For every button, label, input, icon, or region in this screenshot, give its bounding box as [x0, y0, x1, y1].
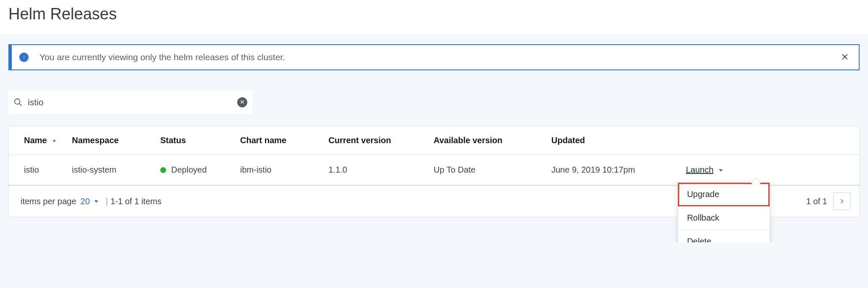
- sort-ascending-icon: [52, 136, 57, 145]
- items-per-page-select[interactable]: 20: [80, 197, 99, 206]
- col-updated[interactable]: Updated: [547, 126, 682, 155]
- info-banner: You are currently viewing only the helm …: [8, 44, 860, 70]
- table-row[interactable]: istio istio-system Deployed ibm-istio 1.…: [9, 155, 859, 186]
- close-icon: [240, 99, 245, 106]
- cell-updated: June 9, 2019 10:17pm: [547, 155, 682, 186]
- svg-point-0: [15, 99, 20, 104]
- info-icon: [19, 53, 29, 62]
- page-content: You are currently viewing only the helm …: [0, 34, 868, 243]
- cell-namespace: istio-system: [68, 155, 156, 186]
- cell-available-version: Up To Date: [429, 155, 547, 186]
- col-name-label: Name: [24, 136, 47, 145]
- next-page-button[interactable]: [833, 192, 851, 210]
- col-actions: [682, 126, 859, 155]
- items-per-page-value: 20: [80, 197, 90, 206]
- cell-name: istio: [9, 155, 68, 186]
- status-text: Deployed: [171, 165, 207, 175]
- cell-actions: Launch: [682, 155, 859, 186]
- caret-down-icon: [718, 167, 724, 173]
- col-namespace[interactable]: Namespace: [68, 126, 156, 155]
- clear-search-button[interactable]: [237, 97, 247, 107]
- col-name[interactable]: Name: [9, 126, 68, 155]
- chevron-right-icon: [839, 197, 845, 206]
- search-input[interactable]: [28, 97, 232, 107]
- action-menu: Upgrade Rollback Delete: [677, 182, 770, 243]
- cell-current-version: 1.1.0: [324, 155, 429, 186]
- status-dot-icon: [160, 167, 166, 173]
- search-icon: [13, 98, 23, 107]
- launch-button[interactable]: Launch: [686, 165, 724, 175]
- cell-status: Deployed: [156, 155, 236, 186]
- menu-item-rollback[interactable]: Rollback: [678, 206, 770, 230]
- info-banner-close-button[interactable]: [839, 51, 851, 64]
- toolbar: [8, 91, 860, 114]
- page-indicator: 1 of 1: [806, 197, 827, 206]
- col-current-version[interactable]: Current version: [324, 126, 429, 155]
- items-per-page-label: items per page: [21, 197, 76, 206]
- menu-item-delete[interactable]: Delete: [678, 230, 770, 243]
- releases-table: Name Namespace Status Chart name Current…: [8, 126, 860, 186]
- col-available-version[interactable]: Available version: [429, 126, 547, 155]
- items-range: 1-1 of 1 items: [111, 197, 161, 206]
- page-title: Helm Releases: [0, 0, 868, 34]
- info-banner-text: You are currently viewing only the helm …: [40, 52, 828, 62]
- footer-divider: |: [106, 197, 108, 206]
- launch-label: Launch: [686, 165, 714, 175]
- table-header-row: Name Namespace Status Chart name Current…: [9, 126, 859, 155]
- caret-down-icon: [93, 198, 99, 204]
- menu-item-upgrade[interactable]: Upgrade: [678, 183, 770, 206]
- col-chart-name[interactable]: Chart name: [236, 126, 324, 155]
- close-icon: [841, 53, 849, 62]
- col-status[interactable]: Status: [156, 126, 236, 155]
- search-box[interactable]: [8, 91, 252, 114]
- cell-chart-name: ibm-istio: [236, 155, 324, 186]
